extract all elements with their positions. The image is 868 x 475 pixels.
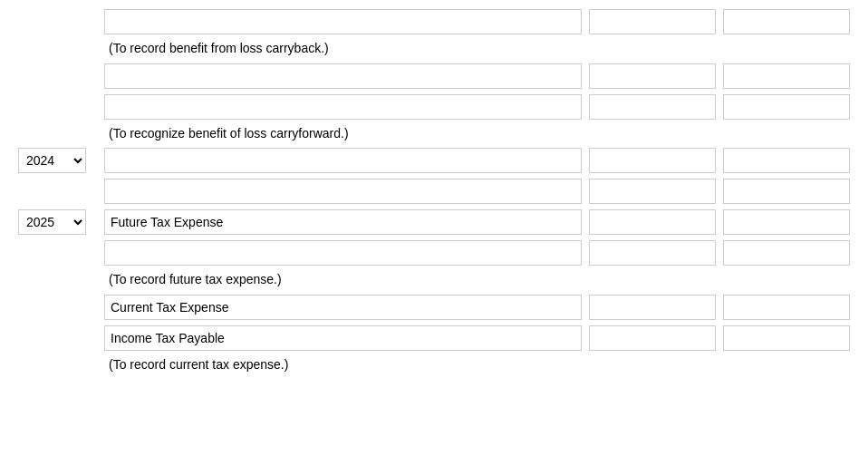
note-carryback-label: (To record benefit from loss carryback.) [100, 40, 582, 58]
amount-col-2025-2a [589, 240, 716, 266]
row-2024-1: 2024 2025 2026 [18, 148, 850, 173]
debit-input-2025-1[interactable] [589, 209, 716, 235]
account-input-cb-1[interactable] [104, 63, 582, 89]
label-col-cb-2 [100, 94, 582, 120]
debit-input-current-1[interactable] [589, 295, 716, 320]
amount-col-current-2a [589, 325, 716, 351]
credit-input-2024-1[interactable] [723, 148, 850, 173]
row-2024-2 [18, 179, 850, 204]
amount-col-current-1a [589, 295, 716, 320]
account-input-2025-2[interactable] [104, 240, 582, 266]
label-col-1 [100, 9, 582, 34]
amount-col-2024-1b [723, 148, 850, 173]
year-select-2025[interactable]: 2024 2025 2026 [18, 209, 86, 235]
amount-col-2024-2b [723, 179, 850, 204]
debit-input-2025-2[interactable] [589, 240, 716, 266]
label-col-2025-1 [100, 209, 582, 235]
year-col-2025: 2024 2025 2026 [18, 209, 100, 235]
label-col-2025-2 [100, 240, 582, 266]
account-input-2024-1[interactable] [104, 148, 582, 173]
row-cb-1 [18, 63, 850, 89]
debit-input-current-2[interactable] [589, 325, 716, 351]
debit-input-cb-1[interactable] [589, 63, 716, 89]
row-current-2 [18, 325, 850, 351]
amount-col-1a [589, 9, 716, 34]
amount-col-2025-1b [723, 209, 850, 235]
row-cb-2 [18, 94, 850, 120]
credit-input-top-1[interactable] [723, 9, 850, 34]
credit-input-cb-1[interactable] [723, 63, 850, 89]
carryforward-note-text: (To recognize benefit of loss carryforwa… [104, 126, 349, 141]
debit-input-cb-2[interactable] [589, 94, 716, 120]
year-select-2024[interactable]: 2024 2025 2026 [18, 148, 86, 173]
note-carryforward-label: (To recognize benefit of loss carryforwa… [100, 125, 582, 143]
future-note-text: (To record future tax expense.) [104, 272, 282, 286]
amount-col-cb-2a [589, 94, 716, 120]
amount-col-1b [723, 9, 850, 34]
amount-col-cb-2b [723, 94, 850, 120]
amount-col-cb-1a [589, 63, 716, 89]
account-input-cb-2[interactable] [104, 94, 582, 120]
amount-col-2024-2a [589, 179, 716, 204]
year-col-2024: 2024 2025 2026 [18, 148, 100, 173]
credit-input-current-2[interactable] [723, 325, 850, 351]
journal-entries-container: (To record benefit from loss carryback.) [0, 0, 868, 388]
amount-col-2025-2b [723, 240, 850, 266]
row-note-future: (To record future tax expense.) [18, 271, 850, 289]
account-input-top-1[interactable] [104, 9, 582, 34]
row-note-carryback: (To record benefit from loss carryback.) [18, 40, 850, 58]
row-note-current: (To record current tax expense.) [18, 356, 850, 374]
account-input-current-1[interactable] [104, 295, 582, 320]
account-input-2024-2[interactable] [104, 179, 582, 204]
row-top-1 [18, 9, 850, 34]
account-input-current-2[interactable] [104, 325, 582, 351]
label-col-current-1 [100, 295, 582, 320]
label-col-2024-2 [100, 179, 582, 204]
amount-col-current-2b [723, 325, 850, 351]
debit-input-2024-2[interactable] [589, 179, 716, 204]
credit-input-2025-2[interactable] [723, 240, 850, 266]
row-2025-1: 2024 2025 2026 [18, 209, 850, 235]
current-note-text: (To record current tax expense.) [104, 357, 288, 372]
label-col-current-2 [100, 325, 582, 351]
account-input-2025-1[interactable] [104, 209, 582, 235]
row-note-carryforward: (To recognize benefit of loss carryforwa… [18, 125, 850, 143]
label-col-cb-1 [100, 63, 582, 89]
credit-input-current-1[interactable] [723, 295, 850, 320]
debit-input-top-1[interactable] [589, 9, 716, 34]
note-future-label: (To record future tax expense.) [100, 271, 582, 289]
amount-col-2024-1a [589, 148, 716, 173]
debit-input-2024-1[interactable] [589, 148, 716, 173]
note-current-label: (To record current tax expense.) [100, 356, 582, 374]
row-current-1 [18, 295, 850, 320]
amount-col-2025-1a [589, 209, 716, 235]
amount-col-cb-1b [723, 63, 850, 89]
credit-input-2025-1[interactable] [723, 209, 850, 235]
amount-col-current-1b [723, 295, 850, 320]
row-2025-2 [18, 240, 850, 266]
credit-input-cb-2[interactable] [723, 94, 850, 120]
carryback-note-text: (To record benefit from loss carryback.) [104, 41, 329, 55]
credit-input-2024-2[interactable] [723, 179, 850, 204]
label-col-2024-1 [100, 148, 582, 173]
